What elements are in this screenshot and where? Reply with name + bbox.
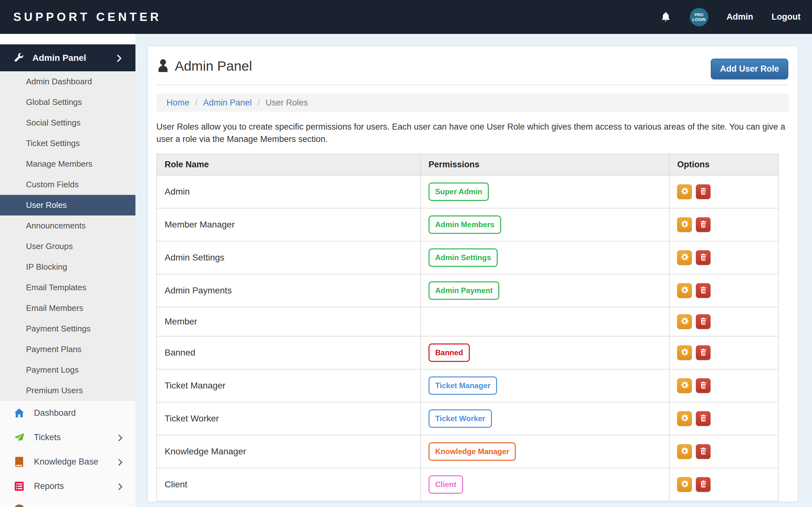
admin-user-link[interactable]: Admin — [727, 12, 753, 22]
delete-role-button[interactable] — [696, 217, 711, 232]
gear-icon — [680, 317, 689, 326]
sidebar-item-dashboard[interactable]: Dashboard — [0, 401, 136, 425]
edit-role-button[interactable] — [677, 250, 692, 265]
breadcrumb-admin-panel-link[interactable]: Admin Panel — [203, 98, 252, 108]
edit-role-button[interactable] — [677, 184, 692, 199]
pro-login-badge[interactable]: PRO LOGIN — [690, 8, 708, 26]
sidebar-item-payment-settings[interactable]: Payment Settings — [0, 319, 136, 339]
sidebar-submenu: Admin Dashboard Global Settings Social S… — [0, 71, 136, 401]
bell-icon[interactable] — [660, 11, 671, 23]
options-cell — [669, 402, 778, 435]
report-list-icon — [13, 481, 25, 492]
permission-badge: Knowledge Manager — [428, 442, 516, 461]
app-title: SUPPORT CENTER — [0, 10, 161, 24]
sidebar-item-global-settings[interactable]: Global Settings — [0, 92, 136, 112]
trash-icon — [699, 187, 708, 196]
table-row: Admin Settings Admin Settings — [157, 241, 778, 274]
table-row: Ticket Manager Ticket Manager — [157, 369, 778, 402]
sidebar-item-ip-blocking[interactable]: IP Blocking — [0, 257, 136, 277]
sidebar-item-manage-members[interactable]: Manage Members — [0, 154, 136, 174]
delete-role-button[interactable] — [696, 477, 711, 492]
user-roles-table: Role Name Permissions Options Admin Supe… — [156, 154, 779, 501]
partial-user-icon — [14, 504, 25, 507]
sidebar-item-user-roles[interactable]: User Roles — [0, 195, 136, 216]
sidebar-item-ticket-settings[interactable]: Ticket Settings — [0, 133, 136, 154]
delete-role-button[interactable] — [696, 444, 711, 459]
trash-icon — [699, 414, 708, 424]
edit-role-button[interactable] — [677, 444, 692, 459]
gear-icon — [680, 414, 689, 424]
options-cell — [669, 274, 778, 307]
permission-badge: Banned — [428, 343, 470, 362]
delete-role-button[interactable] — [696, 314, 711, 329]
delete-role-button[interactable] — [696, 378, 711, 393]
options-cell — [669, 336, 778, 369]
trash-icon — [699, 480, 708, 489]
sidebar-item-user-groups[interactable]: User Groups — [0, 236, 136, 257]
breadcrumb: Home / Admin Panel / User Roles — [156, 94, 789, 112]
trash-icon — [699, 317, 708, 326]
sidebar-item-announcements[interactable]: Announcements — [0, 216, 136, 236]
sidebar-item-admin-dashboard[interactable]: Admin Dashboard — [0, 71, 136, 92]
edit-role-button[interactable] — [677, 411, 692, 426]
add-user-role-button[interactable]: Add User Role — [711, 59, 788, 79]
chevron-right-icon — [118, 434, 123, 441]
breadcrumb-home-link[interactable]: Home — [166, 98, 189, 108]
edit-role-button[interactable] — [677, 314, 692, 329]
sidebar-item-payment-plans[interactable]: Payment Plans — [0, 339, 136, 360]
sidebar-item-payment-logs[interactable]: Payment Logs — [0, 360, 136, 380]
sidebar-item-label: Dashboard — [34, 408, 76, 418]
trash-icon — [699, 381, 708, 390]
role-name-cell: Member Manager — [157, 208, 420, 241]
pro-login-line2: LOGIN — [693, 17, 705, 22]
sidebar-item-label: Knowledge Base — [34, 457, 98, 467]
permissions-cell: Admin Payment — [420, 274, 669, 307]
permission-badge: Super Admin — [428, 182, 489, 201]
edit-role-button[interactable] — [677, 283, 692, 298]
permission-badge: Ticket Worker — [428, 409, 492, 428]
delete-role-button[interactable] — [696, 345, 711, 360]
title-divider — [156, 84, 789, 85]
sidebar-item-reports[interactable]: Reports — [0, 474, 136, 498]
options-cell — [669, 468, 778, 501]
sidebar-item-email-templates[interactable]: Email Templates — [0, 277, 136, 298]
edit-role-button[interactable] — [677, 477, 692, 492]
page-description: User Roles allow you to create specific … — [156, 121, 789, 146]
top-bar: SUPPORT CENTER PRO LOGIN Admin Logout — [0, 0, 812, 34]
role-name-cell: Client — [157, 468, 420, 501]
permissions-cell: Banned — [420, 336, 669, 369]
permissions-cell: Admin Members — [420, 208, 669, 241]
sidebar-item-knowledge-base[interactable]: Knowledge Base — [0, 450, 136, 474]
delete-role-button[interactable] — [696, 283, 711, 298]
sidebar-item-premium-users[interactable]: Premium Users — [0, 380, 136, 401]
trash-icon — [699, 286, 708, 295]
table-row: Banned Banned — [157, 336, 778, 369]
sidebar-item-custom-fields[interactable]: Custom Fields — [0, 174, 136, 195]
delete-role-button[interactable] — [696, 184, 711, 199]
logout-link[interactable]: Logout — [772, 12, 801, 22]
edit-role-button[interactable] — [677, 345, 692, 360]
trash-icon — [699, 253, 708, 262]
edit-role-button[interactable] — [677, 217, 692, 232]
sidebar-item-email-members[interactable]: Email Members — [0, 298, 136, 319]
gear-icon — [680, 447, 689, 456]
sidebar-item-social-settings[interactable]: Social Settings — [0, 112, 136, 133]
page-title: Admin Panel — [175, 58, 252, 74]
role-name-cell: Admin — [157, 175, 420, 208]
permission-badge: Admin Payment — [428, 281, 499, 300]
edit-role-button[interactable] — [677, 378, 692, 393]
column-header-permissions: Permissions — [420, 154, 669, 175]
sidebar-item-tickets[interactable]: Tickets — [0, 425, 136, 450]
breadcrumb-separator: / — [258, 98, 260, 108]
sidebar-item-admin-panel[interactable]: Admin Panel — [0, 44, 136, 71]
permission-badge: Ticket Manager — [428, 377, 497, 395]
options-cell — [669, 241, 778, 274]
permission-badge: Admin Settings — [428, 248, 498, 267]
delete-role-button[interactable] — [696, 411, 711, 426]
role-name-cell: Banned — [157, 336, 420, 369]
pro-login-line1: PRO — [694, 12, 703, 17]
trash-icon — [699, 348, 708, 357]
delete-role-button[interactable] — [696, 250, 711, 265]
sidebar-item-label: Reports — [34, 481, 64, 491]
gear-icon — [680, 480, 689, 489]
